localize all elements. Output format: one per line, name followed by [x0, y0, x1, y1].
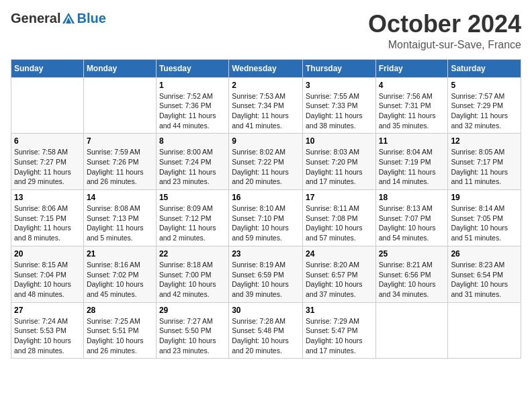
calendar-cell: 31Sunrise: 7:29 AMSunset: 5:47 PMDayligh… — [302, 302, 375, 359]
calendar-table: SundayMondayTuesdayWednesdayThursdayFrid… — [11, 59, 521, 359]
calendar-cell: 19Sunrise: 8:14 AMSunset: 7:05 PMDayligh… — [448, 190, 521, 246]
day-number: 7 — [87, 136, 153, 146]
day-number: 19 — [451, 193, 518, 202]
calendar-cell: 29Sunrise: 7:27 AMSunset: 5:50 PMDayligh… — [156, 302, 228, 359]
calendar-cell: 13Sunrise: 8:06 AMSunset: 7:15 PMDayligh… — [11, 190, 84, 246]
calendar-cell: 8Sunrise: 8:00 AMSunset: 7:24 PMDaylight… — [156, 134, 228, 190]
page-header: General Blue October 2024 Montaigut-sur-… — [11, 11, 521, 51]
day-number: 4 — [379, 81, 445, 90]
day-number: 23 — [232, 249, 300, 259]
day-number: 5 — [451, 81, 518, 90]
calendar-cell: 18Sunrise: 8:13 AMSunset: 7:07 PMDayligh… — [375, 190, 448, 246]
day-info: Sunrise: 7:58 AMSunset: 7:27 PMDaylight:… — [14, 147, 81, 187]
calendar-cell: 28Sunrise: 7:25 AMSunset: 5:51 PMDayligh… — [83, 302, 156, 359]
calendar-week-1: 1Sunrise: 7:52 AMSunset: 7:36 PMDaylight… — [11, 77, 521, 134]
calendar-cell: 7Sunrise: 7:59 AMSunset: 7:26 PMDaylight… — [83, 134, 156, 190]
day-number: 30 — [232, 306, 300, 315]
calendar-cell: 6Sunrise: 7:58 AMSunset: 7:27 PMDaylight… — [11, 134, 84, 190]
day-number: 25 — [379, 249, 445, 259]
calendar-cell: 20Sunrise: 8:15 AMSunset: 7:04 PMDayligh… — [11, 246, 84, 302]
day-number: 9 — [232, 136, 300, 146]
day-number: 28 — [87, 306, 153, 315]
day-number: 27 — [14, 306, 81, 315]
day-number: 15 — [159, 193, 226, 202]
calendar-cell — [83, 77, 156, 134]
calendar-cell: 26Sunrise: 8:23 AMSunset: 6:54 PMDayligh… — [448, 246, 521, 302]
calendar-cell: 12Sunrise: 8:05 AMSunset: 7:17 PMDayligh… — [448, 134, 521, 190]
col-header-monday: Monday — [83, 59, 156, 77]
day-info: Sunrise: 7:52 AMSunset: 7:36 PMDaylight:… — [159, 91, 226, 131]
logo-blue: Blue — [77, 11, 105, 26]
day-number: 2 — [232, 81, 300, 90]
col-header-sunday: Sunday — [11, 59, 84, 77]
day-number: 18 — [379, 193, 445, 202]
calendar-cell: 5Sunrise: 7:57 AMSunset: 7:29 PMDaylight… — [448, 77, 521, 134]
calendar-cell: 15Sunrise: 8:09 AMSunset: 7:12 PMDayligh… — [156, 190, 228, 246]
location-title: Montaigut-sur-Save, France — [368, 39, 521, 51]
day-info: Sunrise: 8:14 AMSunset: 7:05 PMDaylight:… — [451, 203, 518, 243]
day-number: 3 — [306, 81, 373, 90]
day-info: Sunrise: 7:24 AMSunset: 5:53 PMDaylight:… — [14, 316, 81, 356]
day-number: 1 — [159, 81, 226, 90]
day-number: 21 — [87, 249, 153, 259]
day-info: Sunrise: 7:53 AMSunset: 7:34 PMDaylight:… — [232, 91, 300, 131]
title-block: October 2024 Montaigut-sur-Save, France — [368, 11, 521, 51]
calendar-cell: 25Sunrise: 8:21 AMSunset: 6:56 PMDayligh… — [375, 246, 448, 302]
day-number: 10 — [306, 136, 373, 146]
col-header-saturday: Saturday — [448, 59, 521, 77]
calendar-cell: 4Sunrise: 7:56 AMSunset: 7:31 PMDaylight… — [375, 77, 448, 134]
day-info: Sunrise: 7:57 AMSunset: 7:29 PMDaylight:… — [451, 91, 518, 131]
col-header-tuesday: Tuesday — [156, 59, 228, 77]
logo-icon — [61, 11, 76, 26]
day-number: 29 — [159, 306, 226, 315]
day-info: Sunrise: 8:23 AMSunset: 6:54 PMDaylight:… — [451, 260, 518, 300]
day-number: 14 — [87, 193, 153, 202]
calendar-cell: 10Sunrise: 8:03 AMSunset: 7:20 PMDayligh… — [302, 134, 375, 190]
calendar-cell: 23Sunrise: 8:19 AMSunset: 6:59 PMDayligh… — [229, 246, 303, 302]
calendar-cell — [375, 302, 448, 359]
logo: General Blue — [11, 11, 106, 26]
day-info: Sunrise: 8:05 AMSunset: 7:17 PMDaylight:… — [451, 147, 518, 187]
day-number: 8 — [159, 136, 226, 146]
col-header-friday: Friday — [375, 59, 448, 77]
day-info: Sunrise: 8:19 AMSunset: 6:59 PMDaylight:… — [232, 260, 300, 300]
day-number: 24 — [306, 249, 373, 259]
day-number: 31 — [306, 306, 373, 315]
calendar-week-4: 20Sunrise: 8:15 AMSunset: 7:04 PMDayligh… — [11, 246, 521, 302]
day-info: Sunrise: 8:15 AMSunset: 7:04 PMDaylight:… — [14, 260, 81, 300]
col-header-wednesday: Wednesday — [229, 59, 303, 77]
calendar-cell: 21Sunrise: 8:16 AMSunset: 7:02 PMDayligh… — [83, 246, 156, 302]
calendar-cell: 30Sunrise: 7:28 AMSunset: 5:48 PMDayligh… — [229, 302, 303, 359]
day-info: Sunrise: 8:10 AMSunset: 7:10 PMDaylight:… — [232, 203, 300, 243]
calendar-cell: 24Sunrise: 8:20 AMSunset: 6:57 PMDayligh… — [302, 246, 375, 302]
day-info: Sunrise: 7:55 AMSunset: 7:33 PMDaylight:… — [306, 91, 373, 131]
day-info: Sunrise: 8:11 AMSunset: 7:08 PMDaylight:… — [306, 203, 373, 243]
day-info: Sunrise: 8:09 AMSunset: 7:12 PMDaylight:… — [159, 203, 226, 243]
calendar-cell: 16Sunrise: 8:10 AMSunset: 7:10 PMDayligh… — [229, 190, 303, 246]
day-number: 11 — [379, 136, 445, 146]
col-header-thursday: Thursday — [302, 59, 375, 77]
day-info: Sunrise: 7:28 AMSunset: 5:48 PMDaylight:… — [232, 316, 300, 356]
calendar-cell: 14Sunrise: 8:08 AMSunset: 7:13 PMDayligh… — [83, 190, 156, 246]
calendar-cell: 3Sunrise: 7:55 AMSunset: 7:33 PMDaylight… — [302, 77, 375, 134]
day-number: 22 — [159, 249, 226, 259]
month-title: October 2024 — [368, 11, 521, 38]
day-number: 17 — [306, 193, 373, 202]
day-number: 20 — [14, 249, 81, 259]
calendar-cell: 27Sunrise: 7:24 AMSunset: 5:53 PMDayligh… — [11, 302, 84, 359]
calendar-cell: 9Sunrise: 8:02 AMSunset: 7:22 PMDaylight… — [229, 134, 303, 190]
calendar-cell: 1Sunrise: 7:52 AMSunset: 7:36 PMDaylight… — [156, 77, 228, 134]
day-number: 12 — [451, 136, 518, 146]
calendar-cell: 22Sunrise: 8:18 AMSunset: 7:00 PMDayligh… — [156, 246, 228, 302]
calendar-cell: 2Sunrise: 7:53 AMSunset: 7:34 PMDaylight… — [229, 77, 303, 134]
logo-general: General — [11, 11, 60, 26]
calendar-cell — [448, 302, 521, 359]
day-info: Sunrise: 8:08 AMSunset: 7:13 PMDaylight:… — [87, 203, 153, 243]
day-info: Sunrise: 8:20 AMSunset: 6:57 PMDaylight:… — [306, 260, 373, 300]
day-info: Sunrise: 7:59 AMSunset: 7:26 PMDaylight:… — [87, 147, 153, 187]
day-info: Sunrise: 7:27 AMSunset: 5:50 PMDaylight:… — [159, 316, 226, 356]
calendar-week-5: 27Sunrise: 7:24 AMSunset: 5:53 PMDayligh… — [11, 302, 521, 359]
calendar-cell — [11, 77, 84, 134]
day-info: Sunrise: 8:13 AMSunset: 7:07 PMDaylight:… — [379, 203, 445, 243]
day-info: Sunrise: 8:06 AMSunset: 7:15 PMDaylight:… — [14, 203, 81, 243]
